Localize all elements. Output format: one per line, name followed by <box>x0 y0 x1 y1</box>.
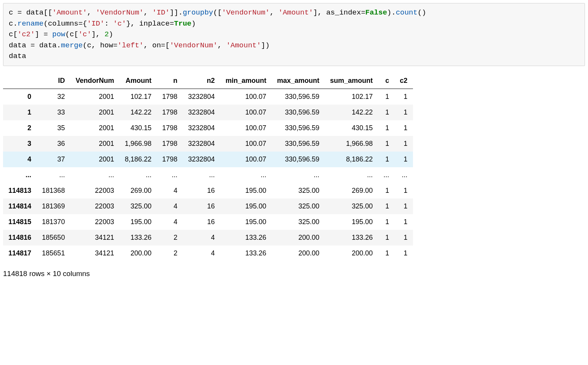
row-index: 114816 <box>3 230 37 245</box>
table-row: 11481418136922003325.00416195.00325.0032… <box>3 199 413 214</box>
table-cell: 8,186.22 <box>119 152 157 167</box>
table-row: 33620011,966.9817983232804100.07330,596.… <box>3 136 413 152</box>
table-row: ................................. <box>3 167 413 183</box>
table-cell: 195.00 <box>220 214 272 230</box>
table-cell: 325.00 <box>272 199 325 214</box>
table-row: 43720018,186.2217983232804100.07330,596.… <box>3 152 413 167</box>
table-cell: 4 <box>157 199 183 214</box>
dataframe-shape-footer: 114818 rows × 10 columns <box>3 270 585 278</box>
table-row: 11481318136822003269.00416195.00325.0026… <box>3 183 413 199</box>
code-token: ]] <box>170 8 178 17</box>
table-cell: 1 <box>394 120 413 136</box>
table-cell: 325.00 <box>272 214 325 230</box>
table-cell: 1798 <box>157 120 183 136</box>
table-cell: 1 <box>378 230 394 245</box>
code-token: . <box>56 41 61 50</box>
table-cell: 1798 <box>157 105 183 120</box>
table-cell: 22003 <box>70 199 119 214</box>
table-cell: 181368 <box>37 183 70 199</box>
table-cell: 1 <box>394 152 413 167</box>
table-cell: 133.26 <box>220 245 272 261</box>
table-cell: 3232804 <box>183 152 220 167</box>
code-token: . <box>178 8 183 17</box>
table-cell: 142.22 <box>119 105 157 120</box>
code-token: rename <box>18 19 43 28</box>
table-cell: 1 <box>394 245 413 261</box>
code-token: 'c' <box>78 30 91 39</box>
table-cell: ... <box>157 167 183 183</box>
table-row: 0322001102.1717983232804100.07330,596.59… <box>3 89 413 105</box>
table-row: 2352001430.1517983232804100.07330,596.59… <box>3 120 413 136</box>
code-token: 'Amount' <box>278 8 313 17</box>
table-cell: 100.07 <box>220 89 272 105</box>
code-cell[interactable]: c = data[['Amount', 'VendorNum', 'ID']].… <box>3 3 585 66</box>
code-token: [ <box>13 30 17 39</box>
table-cell: 4 <box>183 230 220 245</box>
code-token: (c[ <box>65 30 78 39</box>
index-header <box>3 73 37 89</box>
code-token: 2 <box>104 30 109 39</box>
table-cell: 1 <box>378 105 394 120</box>
table-cell: 181370 <box>37 214 70 230</box>
code-token: pow <box>52 30 65 39</box>
row-index: 114813 <box>3 183 37 199</box>
table-cell: 34121 <box>70 230 119 245</box>
table-cell: ... <box>37 167 70 183</box>
column-header: ID <box>37 73 70 89</box>
code-token: , <box>270 8 278 17</box>
table-cell: 1798 <box>157 136 183 152</box>
table-cell: ... <box>325 167 378 183</box>
table-cell: 33 <box>37 105 70 120</box>
table-cell: 1,966.98 <box>325 136 378 152</box>
table-cell: 1,966.98 <box>119 136 157 152</box>
code-token: [[ <box>43 8 52 17</box>
table-cell: 430.15 <box>325 120 378 136</box>
row-index: ... <box>3 167 37 183</box>
table-cell: 4 <box>157 214 183 230</box>
table-cell: 3232804 <box>183 89 220 105</box>
code-token: , <box>87 8 96 17</box>
table-cell: 1 <box>378 152 394 167</box>
code-token: False <box>365 8 387 17</box>
table-cell: 37 <box>37 152 70 167</box>
table-cell: 200.00 <box>325 245 378 261</box>
table-cell: 1 <box>378 89 394 105</box>
table-cell: 2001 <box>70 105 119 120</box>
table-cell: 35 <box>37 120 70 136</box>
table-cell: ... <box>183 167 220 183</box>
code-token: 'VendorNum' <box>170 41 217 50</box>
table-cell: 269.00 <box>119 183 157 199</box>
code-token: () <box>418 8 426 17</box>
column-header: sum_amount <box>325 73 378 89</box>
table-cell: 36 <box>37 136 70 152</box>
table-cell: 1 <box>378 199 394 214</box>
column-header: max_amount <box>272 73 325 89</box>
table-cell: 1 <box>394 105 413 120</box>
table-cell: ... <box>70 167 119 183</box>
row-index: 114814 <box>3 199 37 214</box>
table-cell: 195.00 <box>220 183 272 199</box>
code-token: data <box>9 41 26 50</box>
table-cell: 100.07 <box>220 120 272 136</box>
dataframe-table: IDVendorNumAmountnn2min_amountmax_amount… <box>3 73 413 261</box>
code-token: 'c' <box>113 19 126 28</box>
code-token: ]) <box>261 41 270 50</box>
code-token: 'ID' <box>152 8 170 17</box>
code-token: (columns={ <box>43 19 87 28</box>
code-token: True <box>174 19 191 28</box>
code-token: = <box>13 8 26 17</box>
table-cell: 269.00 <box>325 183 378 199</box>
code-token: ] = <box>35 30 52 39</box>
code-token: 'c2' <box>18 30 35 39</box>
table-cell: 102.17 <box>119 89 157 105</box>
code-token: data <box>26 8 44 17</box>
table-cell: 3232804 <box>183 136 220 152</box>
table-cell: 4 <box>183 245 220 261</box>
table-cell: 16 <box>183 199 220 214</box>
code-token: c <box>9 19 13 28</box>
column-header: n2 <box>183 73 220 89</box>
table-cell: 330,596.59 <box>272 89 325 105</box>
table-cell: 1 <box>378 183 394 199</box>
code-token: data <box>39 41 57 50</box>
table-cell: 8,186.22 <box>325 152 378 167</box>
